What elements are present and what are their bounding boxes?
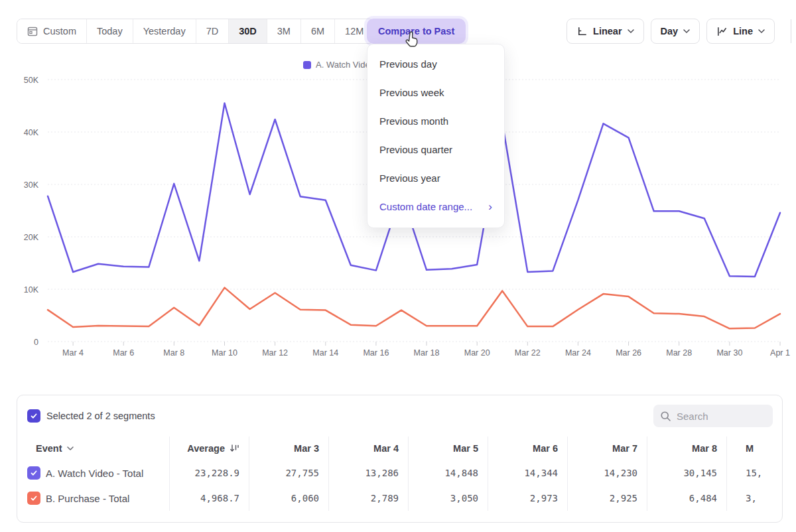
interval-selector-label: Day bbox=[661, 26, 679, 36]
y-axis-label: 0 bbox=[34, 338, 38, 347]
preset-label: Today bbox=[97, 26, 123, 36]
preset-label: 12M bbox=[345, 26, 364, 36]
x-axis-label: Mar 22 bbox=[515, 348, 541, 358]
table-header-row: Event AverageMar 3Mar 4Mar 5Mar 6Mar 7Ma… bbox=[17, 436, 783, 460]
scale-selector-button[interactable]: Linear bbox=[566, 19, 644, 44]
cell-value: 2,789 bbox=[371, 493, 399, 503]
preset-yesterday[interactable]: Yesterday bbox=[133, 19, 196, 43]
table-row: A. Watch Video - Total 23,228.927,75513,… bbox=[17, 460, 783, 486]
clipped-cell-value: 15, bbox=[746, 468, 762, 478]
chart-options-group: Linear Day Line bbox=[566, 19, 775, 44]
segment-label: A. Watch Video - Total bbox=[46, 468, 143, 479]
date-column-header[interactable]: Mar 6 bbox=[488, 436, 568, 460]
date-column-header[interactable]: Mar 7 bbox=[568, 436, 647, 460]
x-axis-label: Mar 8 bbox=[163, 348, 184, 358]
x-axis-label: Mar 30 bbox=[716, 348, 742, 358]
segments-summary-label: Selected 2 of 2 segments bbox=[46, 411, 155, 421]
chevron-down-icon bbox=[67, 446, 74, 451]
x-axis-label: Mar 18 bbox=[414, 348, 440, 358]
cell-value: 14,848 bbox=[444, 468, 478, 478]
menu-item-label: Custom date range... bbox=[379, 201, 472, 212]
cell-value: 14,230 bbox=[604, 468, 637, 478]
segments-card: Selected 2 of 2 segments Event AverageMa… bbox=[17, 395, 783, 523]
clipped-cell-value: 3, bbox=[746, 493, 757, 503]
x-axis-label: Mar 6 bbox=[113, 348, 134, 358]
clipped-column-header: M bbox=[727, 436, 783, 460]
segment-checkbox[interactable] bbox=[27, 492, 40, 505]
menu-item-previous-day[interactable]: Previous day bbox=[367, 50, 504, 78]
cell-value: 30,145 bbox=[683, 468, 717, 478]
line-chart-icon bbox=[716, 26, 728, 37]
x-axis-label: Mar 20 bbox=[464, 348, 490, 358]
preset-30d[interactable]: 30D bbox=[229, 19, 267, 43]
x-axis-label: Mar 24 bbox=[565, 348, 591, 358]
preset-today[interactable]: Today bbox=[87, 19, 133, 43]
menu-item-previous-quarter[interactable]: Previous quarter bbox=[367, 135, 504, 164]
cell-value: 27,755 bbox=[285, 468, 319, 478]
preset-7d[interactable]: 7D bbox=[196, 19, 230, 43]
x-axis-label: Mar 12 bbox=[262, 348, 288, 358]
calendar-icon bbox=[27, 26, 38, 36]
preset-custom[interactable]: Custom bbox=[17, 19, 87, 43]
x-axis-label: Mar 14 bbox=[312, 348, 338, 358]
y-axis-label: 30K bbox=[24, 180, 39, 190]
preset-label: 3M bbox=[277, 26, 291, 36]
check-icon bbox=[30, 469, 38, 477]
cell-value: 14,344 bbox=[524, 468, 558, 478]
cell-value: 2,973 bbox=[530, 493, 558, 503]
cell-value: 6,484 bbox=[689, 493, 717, 503]
segments-card-header: Selected 2 of 2 segments bbox=[17, 395, 782, 436]
x-axis-label: Mar 10 bbox=[212, 348, 237, 358]
menu-item-previous-month[interactable]: Previous month bbox=[367, 107, 504, 135]
y-axis-label: 20K bbox=[24, 233, 39, 242]
cell-value: 3,050 bbox=[450, 493, 478, 503]
clipped-panel-edge bbox=[791, 19, 791, 43]
menu-item-previous-year[interactable]: Previous year bbox=[367, 164, 504, 192]
segment-checkbox[interactable] bbox=[27, 466, 40, 480]
select-all-checkbox[interactable] bbox=[27, 409, 40, 423]
cell-value: 6,060 bbox=[291, 493, 319, 503]
segment-label: B. Purchase - Total bbox=[46, 493, 129, 504]
cell-value: 13,286 bbox=[365, 468, 399, 478]
cell-value: 2,925 bbox=[610, 493, 637, 503]
preset-label: 7D bbox=[206, 26, 219, 36]
segments-summary: Selected 2 of 2 segments bbox=[27, 409, 155, 423]
preset-label: 30D bbox=[239, 26, 257, 36]
table-row: B. Purchase - Total 4,968.76,0602,7893,0… bbox=[17, 486, 783, 511]
average-column-header[interactable]: Average bbox=[170, 436, 249, 460]
date-column-header[interactable]: Mar 5 bbox=[409, 436, 488, 460]
average-value: 4,968.7 bbox=[200, 493, 239, 503]
check-icon bbox=[30, 412, 38, 420]
chevron-right-icon: › bbox=[488, 201, 492, 212]
search-input[interactable] bbox=[677, 411, 763, 422]
chart-type-selector-label: Line bbox=[733, 26, 753, 36]
chevron-down-icon bbox=[758, 29, 765, 34]
chevron-down-icon bbox=[628, 29, 634, 34]
series-line[interactable] bbox=[48, 288, 780, 329]
menu-item-previous-week[interactable]: Previous week bbox=[367, 78, 504, 107]
x-axis-label: Mar 26 bbox=[616, 348, 641, 358]
date-column-header[interactable]: Mar 3 bbox=[249, 436, 329, 460]
preset-label: Custom bbox=[43, 26, 76, 36]
compare-to-past-menu: Previous dayPrevious weekPrevious monthP… bbox=[367, 44, 505, 228]
y-axis-label: 10K bbox=[24, 285, 39, 295]
chart-type-selector-button[interactable]: Line bbox=[706, 19, 775, 44]
analytics-report-page: CustomTodayYesterday7D30D3M6M12M Compare… bbox=[0, 0, 796, 532]
chevron-down-icon bbox=[683, 29, 690, 34]
linear-axis-icon bbox=[576, 26, 588, 37]
x-axis-label: Mar 4 bbox=[62, 348, 84, 358]
x-axis-label: Mar 28 bbox=[666, 348, 692, 358]
search-icon bbox=[660, 411, 671, 422]
y-axis-label: 40K bbox=[24, 128, 39, 137]
check-icon bbox=[30, 494, 38, 502]
scale-selector-label: Linear bbox=[593, 26, 622, 36]
event-column-header[interactable]: Event bbox=[17, 436, 170, 460]
preset-3m[interactable]: 3M bbox=[267, 19, 301, 43]
interval-selector-button[interactable]: Day bbox=[651, 19, 700, 44]
date-column-header[interactable]: Mar 8 bbox=[647, 436, 727, 460]
compare-to-past-button[interactable]: Compare to Past bbox=[367, 19, 466, 44]
menu-item-custom-date-range[interactable]: Custom date range... › bbox=[367, 192, 504, 221]
date-column-header[interactable]: Mar 4 bbox=[329, 436, 409, 460]
preset-label: Yesterday bbox=[143, 26, 186, 36]
preset-6m[interactable]: 6M bbox=[301, 19, 335, 43]
